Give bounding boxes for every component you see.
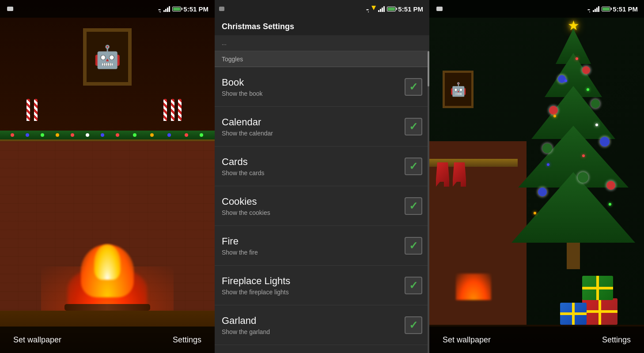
setting-name-book: Book xyxy=(222,77,405,88)
fireplace-scene: 🤖 xyxy=(0,0,215,353)
tree-light-1 xyxy=(576,57,578,60)
ornament-1 xyxy=(582,66,590,74)
setting-text-fire: Fire Show the fire xyxy=(222,236,405,256)
gift-blue xyxy=(560,303,587,325)
toggles-section-header: Toggles xyxy=(215,51,429,67)
checkbox-garland[interactable]: ✓ xyxy=(405,316,422,334)
garland-light xyxy=(11,133,14,137)
checkbox-calendar[interactable]: ✓ xyxy=(405,118,422,135)
left-panel: 🤖 xyxy=(0,0,215,353)
setting-item-cards[interactable]: Cards Show the cards ✓ xyxy=(215,146,429,186)
gift-ribbon-h xyxy=(582,287,613,289)
garland-light xyxy=(41,133,44,137)
tree-light-4 xyxy=(553,115,556,117)
garland-light xyxy=(200,133,203,137)
ornament-4 xyxy=(549,106,558,115)
setting-name-fireplace-lights: Fireplace Lights xyxy=(222,275,405,287)
setting-desc-fireplace-lights: Show the fireplace lights xyxy=(222,289,405,296)
right-android-icon: 🤖 xyxy=(450,82,466,97)
signal-bar-1 xyxy=(593,10,594,12)
left-status-time: 5:51 PM xyxy=(183,5,208,13)
signal-bar-4 xyxy=(598,6,599,12)
right-picture-frame: 🤖 xyxy=(443,71,474,108)
signal-bar-3 xyxy=(167,8,168,12)
checkbox-cookies[interactable]: ✓ xyxy=(405,197,422,215)
right-status-notifications xyxy=(434,7,584,11)
setting-item-fire[interactable]: Fire Show the fire ✓ xyxy=(215,226,429,266)
center-notifications xyxy=(219,7,224,11)
signal-bar-1 xyxy=(163,10,165,12)
checkmark-garland: ✓ xyxy=(409,319,418,331)
ornament-7 xyxy=(606,181,615,190)
settings-button-left[interactable]: Settings xyxy=(173,335,201,345)
garland-light xyxy=(86,133,89,137)
signal-bar-4 xyxy=(383,6,385,12)
garland-light xyxy=(150,133,154,137)
setting-desc-cookies: Show the cookies xyxy=(222,209,405,216)
left-status-bar: 5:51 PM xyxy=(0,0,215,18)
settings-list: Book Show the book ✓ Calendar Show the c… xyxy=(215,67,429,353)
garland-light xyxy=(71,133,74,137)
setting-name-garland: Garland xyxy=(222,315,405,327)
checkbox-cards[interactable]: ✓ xyxy=(405,158,422,175)
right-stockings xyxy=(436,162,466,187)
wifi-icon xyxy=(587,6,591,12)
settings-button-right[interactable]: Settings xyxy=(602,335,631,345)
checkbox-fireplace-lights[interactable]: ✓ xyxy=(405,277,422,294)
set-wallpaper-button-right[interactable]: Set wallpaper xyxy=(443,335,491,345)
garland-light xyxy=(101,133,104,137)
setting-text-book: Book Show the book xyxy=(222,77,405,97)
location-icon xyxy=(371,6,376,12)
checkmark-cookies: ✓ xyxy=(409,200,418,212)
tree-light-2 xyxy=(564,79,567,82)
battery-fill xyxy=(388,8,395,11)
candy-cane xyxy=(34,99,38,121)
wifi-icon xyxy=(158,6,161,12)
gift-ribbon-h xyxy=(582,310,617,313)
battery-icon xyxy=(387,7,396,11)
signal-icon xyxy=(593,6,599,12)
setting-text-calendar: Calendar Show the calendar xyxy=(222,116,405,137)
setting-item-calendar[interactable]: Calendar Show the calendar ✓ xyxy=(215,107,429,146)
set-wallpaper-button-left[interactable]: Set wallpaper xyxy=(13,335,61,345)
scroll-hint-text: ... xyxy=(222,40,227,46)
garland-light xyxy=(185,133,188,137)
right-stocking-1 xyxy=(436,162,449,187)
checkbox-fire[interactable]: ✓ xyxy=(405,237,422,255)
tree-light-7 xyxy=(547,163,549,166)
signal-bar-4 xyxy=(169,6,170,12)
fire-logs xyxy=(64,304,150,311)
checkbox-book[interactable]: ✓ xyxy=(405,78,422,96)
center-status-time: 5:51 PM xyxy=(398,5,423,13)
ornament-5 xyxy=(600,137,610,146)
gift-ribbon-h xyxy=(560,312,587,315)
candy-canes-left xyxy=(26,99,182,123)
garland-light xyxy=(167,133,171,137)
setting-item-garland[interactable]: Garland Show the garland ✓ xyxy=(215,305,429,345)
notification-icon xyxy=(7,7,13,11)
center-status-right: 5:51 PM xyxy=(366,5,425,13)
candy-cane xyxy=(27,99,30,121)
signal-icon xyxy=(378,6,385,12)
left-bg: 🤖 xyxy=(0,0,215,353)
setting-text-cookies: Cookies Show the cookies xyxy=(222,196,405,216)
notification-dot xyxy=(219,7,224,11)
setting-desc-fire: Show the fire xyxy=(222,249,405,256)
setting-text-cards: Cards Show the cards xyxy=(222,156,405,176)
setting-text-fireplace-lights: Fireplace Lights Show the fireplace ligh… xyxy=(222,275,405,296)
setting-item-fireplace-lights[interactable]: Fireplace Lights Show the fireplace ligh… xyxy=(215,266,429,305)
right-status-bar: 5:51 PM xyxy=(429,0,644,18)
tree-light-5 xyxy=(595,124,598,126)
battery-icon xyxy=(602,7,610,11)
gift-red xyxy=(582,298,617,325)
signal-bar-2 xyxy=(380,9,381,12)
garland-light xyxy=(26,133,29,137)
tree-light-3 xyxy=(587,88,589,91)
tree-light-8 xyxy=(609,203,611,206)
setting-name-cards: Cards xyxy=(222,156,405,168)
setting-item-cookies[interactable]: Cookies Show the cookies ✓ xyxy=(215,186,429,226)
checkmark-calendar: ✓ xyxy=(409,120,418,133)
setting-desc-book: Show the book xyxy=(222,90,405,97)
setting-item-book[interactable]: Book Show the book ✓ xyxy=(215,67,429,107)
right-fire xyxy=(456,274,491,300)
